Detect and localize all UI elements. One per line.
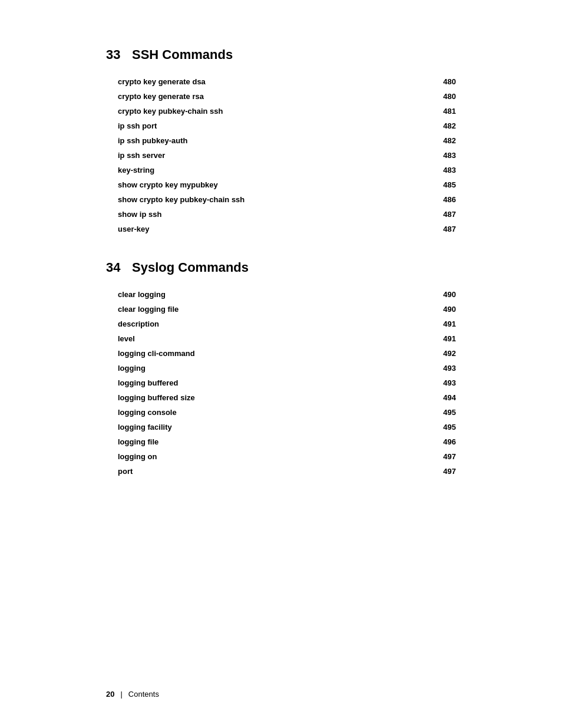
toc-entry-page: 480 [438,92,456,101]
toc-entry-page: 485 [438,180,456,189]
toc-entry-label: logging console [118,408,438,417]
toc-entry: user-key487 [106,222,456,236]
toc-entry: port497 [106,464,456,479]
toc-entry-label: logging facility [118,423,438,431]
toc-entry-label: clear logging file [118,305,438,314]
toc-entry-page: 482 [438,121,456,130]
toc-entry-label: user-key [118,225,438,233]
toc-entry-label: show ip ssh [118,210,438,219]
toc-entry: key-string483 [106,163,456,177]
toc-entry-label: show crypto key mypubkey [118,180,438,189]
toc-entry-label: port [118,467,438,476]
toc-entry-label: clear logging [118,290,438,299]
toc-entry-page: 495 [438,423,456,431]
toc-entry: logging493 [106,361,456,375]
toc-entry-page: 494 [438,393,456,402]
toc-entry-label: show crypto key pubkey-chain ssh [118,195,438,204]
toc-entry-label: crypto key pubkey-chain ssh [118,107,438,116]
toc-entry-page: 487 [438,210,456,219]
toc-entry: level491 [106,331,456,346]
toc-entry-page: 495 [438,408,456,417]
page: 33SSH Commandscrypto key generate dsa480… [0,0,562,728]
toc-entry-label: ip ssh port [118,121,438,130]
footer-page-number: 20 [106,690,114,699]
toc-entry-label: ip ssh pubkey-auth [118,136,438,145]
toc-entry-page: 493 [438,364,456,373]
toc-entry-page: 483 [438,151,456,160]
toc-entry-page: 492 [438,349,456,358]
toc-entry: logging console495 [106,405,456,420]
toc-entry: show crypto key mypubkey485 [106,177,456,192]
toc-entry-label: crypto key generate rsa [118,92,438,101]
toc-entry: logging buffered size494 [106,390,456,405]
page-footer: 20 | Contents [0,690,562,699]
toc-entry: clear logging490 [106,287,456,302]
toc-entry: ip ssh port482 [106,118,456,133]
section-number-33: 33 [106,47,124,62]
toc-entry: logging file496 [106,434,456,449]
toc-entry: show ip ssh487 [106,207,456,222]
toc-entry: logging buffered493 [106,375,456,390]
footer-separator: | [120,690,122,699]
toc-entry-page: 497 [438,467,456,476]
footer-label: Contents [128,690,159,699]
toc-entry-page: 482 [438,136,456,145]
toc-entry-page: 486 [438,195,456,204]
toc-entry-page: 490 [438,290,456,299]
toc-entry-label: logging buffered size [118,393,438,402]
toc-entry: description491 [106,317,456,331]
toc-entry-label: crypto key generate dsa [118,77,438,86]
toc-entry-page: 497 [438,452,456,461]
section-33: 33SSH Commandscrypto key generate dsa480… [106,47,456,236]
toc-entry-page: 483 [438,166,456,174]
toc-entry-page: 491 [438,319,456,328]
section-34: 34Syslog Commandsclear logging490clear l… [106,260,456,479]
toc-entry-label: logging [118,364,438,373]
toc-entry: crypto key generate rsa480 [106,89,456,104]
toc-entry-page: 493 [438,378,456,387]
toc-entry: show crypto key pubkey-chain ssh486 [106,192,456,207]
toc-entry-label: logging buffered [118,378,438,387]
toc-entry-label: logging file [118,437,438,446]
toc-entry-page: 480 [438,77,456,86]
toc-entry-page: 496 [438,437,456,446]
toc-entry: ip ssh pubkey-auth482 [106,133,456,148]
section-title-33: SSH Commands [132,47,233,62]
section-number-34: 34 [106,260,124,275]
toc-entry: ip ssh server483 [106,148,456,163]
toc-entry-page: 481 [438,107,456,116]
toc-entry-page: 490 [438,305,456,314]
toc-entry-page: 487 [438,225,456,233]
section-header-33: 33SSH Commands [106,47,456,62]
section-title-34: Syslog Commands [132,260,249,275]
toc-entry: logging on497 [106,449,456,464]
toc-entry-page: 491 [438,334,456,343]
toc-entry: logging cli-command492 [106,346,456,361]
toc-entry: crypto key generate dsa480 [106,74,456,89]
toc-entry: clear logging file490 [106,302,456,317]
toc-entry-label: level [118,334,438,343]
toc-entry-label: logging on [118,452,438,461]
toc-entry-label: ip ssh server [118,151,438,160]
toc-entry: logging facility495 [106,420,456,434]
toc-entry-label: key-string [118,166,438,174]
toc-entry-label: description [118,319,438,328]
toc-entry-label: logging cli-command [118,349,438,358]
toc-entry: crypto key pubkey-chain ssh481 [106,104,456,118]
section-header-34: 34Syslog Commands [106,260,456,275]
